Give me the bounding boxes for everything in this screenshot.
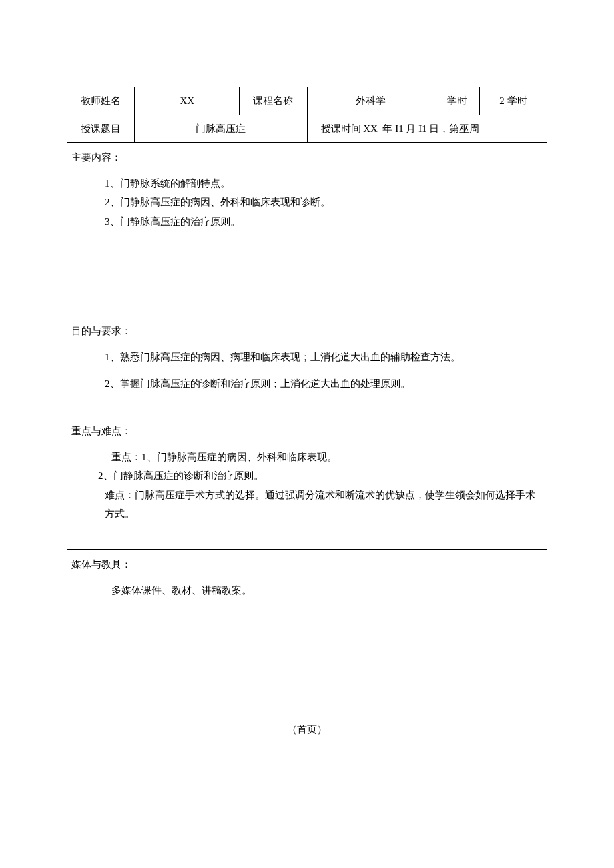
media-row: 媒体与教具： 多媒体课件、教材、讲稿教案。 xyxy=(67,550,547,663)
keypoints-row: 重点与难点： 重点：1、门静脉高压症的病因、外科和临床表现。 2、门静脉高压症的… xyxy=(67,416,547,550)
keypoints-line-1: 重点：1、门静脉高压症的病因、外科和临床表现。 xyxy=(71,448,543,467)
objectives-item-1: 1、熟悉门脉高压症的病因、病理和临床表现；上消化道大出血的辅助检查方法。 xyxy=(71,348,543,367)
main-content-item-1: 1、门静脉系统的解剖特点。 xyxy=(71,174,543,193)
objectives-cell: 目的与要求： 1、熟悉门脉高压症的病因、病理和临床表现；上消化道大出血的辅助检查… xyxy=(67,316,547,416)
topic-label: 授课题目 xyxy=(67,115,135,143)
topic-value: 门脉高压症 xyxy=(135,115,307,143)
teacher-name-value: XX xyxy=(135,87,240,115)
hours-value: 2 学时 xyxy=(479,87,547,115)
keypoints-line-3: 难点：门脉高压症手术方式的选择。通过强调分流术和断流术的优缺点，使学生领会如何选… xyxy=(71,486,543,524)
footer-note: （首页） xyxy=(67,723,547,736)
keypoints-cell: 重点与难点： 重点：1、门静脉高压症的病因、外科和临床表现。 2、门静脉高压症的… xyxy=(67,416,547,550)
teacher-name-label: 教师姓名 xyxy=(67,87,135,115)
media-text: 多媒体课件、教材、讲稿教案。 xyxy=(71,581,543,600)
header-row-1: 教师姓名 XX 课程名称 外科学 学时 2 学时 xyxy=(67,87,547,115)
course-name-label: 课程名称 xyxy=(240,87,307,115)
objectives-row: 目的与要求： 1、熟悉门脉高压症的病因、病理和临床表现；上消化道大出血的辅助检查… xyxy=(67,316,547,416)
main-content-title: 主要内容： xyxy=(71,148,543,167)
keypoints-line-2: 2、门静脉高压症的诊断和治疗原则。 xyxy=(71,466,543,486)
lecture-time: 授课时间 XX_年 I1 月 I1 日，第巫周 xyxy=(307,115,547,143)
main-content-item-3: 3、门静脉高压症的治疗原则。 xyxy=(71,212,543,232)
header-row-2: 授课题目 门脉高压症 授课时间 XX_年 I1 月 I1 日，第巫周 xyxy=(67,115,547,143)
objectives-title: 目的与要求： xyxy=(71,322,543,341)
objectives-item-2: 2、掌握门脉高压症的诊断和治疗原则；上消化道大出血的处理原则。 xyxy=(71,374,543,394)
keypoints-title: 重点与难点： xyxy=(71,422,543,441)
page-container: 教师姓名 XX 课程名称 外科学 学时 2 学时 授课题目 门脉高压症 授课时间… xyxy=(0,0,614,736)
media-cell: 媒体与教具： 多媒体课件、教材、讲稿教案。 xyxy=(67,550,547,663)
lesson-plan-table: 教师姓名 XX 课程名称 外科学 学时 2 学时 授课题目 门脉高压症 授课时间… xyxy=(67,87,547,663)
main-content-item-2: 2、门静脉高压症的病因、外科和临床表现和诊断。 xyxy=(71,193,543,212)
media-title: 媒体与教具： xyxy=(71,555,543,574)
main-content-row: 主要内容： 1、门静脉系统的解剖特点。 2、门静脉高压症的病因、外科和临床表现和… xyxy=(67,143,547,316)
course-name-value: 外科学 xyxy=(307,87,434,115)
hours-label: 学时 xyxy=(434,87,479,115)
main-content-cell: 主要内容： 1、门静脉系统的解剖特点。 2、门静脉高压症的病因、外科和临床表现和… xyxy=(67,143,547,316)
